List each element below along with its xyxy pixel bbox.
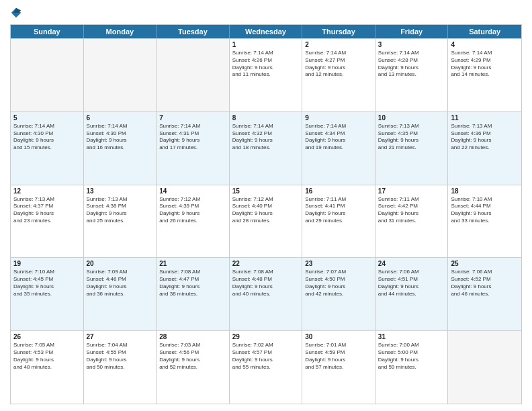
day-info: Sunrise: 7:04 AMSunset: 4:55 PMDaylight:…: [87, 342, 154, 371]
day-cell-5: 5Sunrise: 7:14 AMSunset: 4:30 PMDaylight…: [11, 112, 84, 185]
day-cell-30: 30Sunrise: 7:01 AMSunset: 4:59 PMDayligh…: [302, 331, 375, 404]
logo: [10, 7, 25, 19]
day-number: 12: [13, 187, 81, 195]
day-number: 13: [87, 187, 154, 195]
empty-cell: [11, 39, 84, 111]
day-info: Sunrise: 7:11 AMSunset: 4:42 PMDaylight:…: [378, 196, 445, 225]
day-info: Sunrise: 7:14 AMSunset: 4:31 PMDaylight:…: [159, 123, 226, 152]
calendar: SundayMondayTuesdayWednesdayThursdayFrid…: [10, 24, 522, 404]
day-cell-23: 23Sunrise: 7:07 AMSunset: 4:50 PMDayligh…: [302, 258, 375, 330]
day-cell-21: 21Sunrise: 7:08 AMSunset: 4:47 PMDayligh…: [157, 258, 230, 330]
day-number: 23: [305, 260, 372, 267]
calendar-row-5: 26Sunrise: 7:05 AMSunset: 4:53 PMDayligh…: [11, 330, 521, 404]
header-day-tuesday: Tuesday: [157, 25, 230, 38]
day-info: Sunrise: 7:14 AMSunset: 4:32 PMDaylight:…: [232, 123, 300, 152]
day-info: Sunrise: 7:14 AMSunset: 4:28 PMDaylight:…: [378, 50, 445, 79]
day-number: 16: [305, 187, 372, 195]
day-info: Sunrise: 7:06 AMSunset: 4:52 PMDaylight:…: [451, 269, 519, 298]
calendar-row-3: 12Sunrise: 7:13 AMSunset: 4:37 PMDayligh…: [11, 185, 521, 258]
day-info: Sunrise: 7:10 AMSunset: 4:45 PMDaylight:…: [13, 269, 81, 298]
day-cell-25: 25Sunrise: 7:06 AMSunset: 4:52 PMDayligh…: [448, 258, 521, 330]
day-number: 3: [378, 41, 445, 48]
day-info: Sunrise: 7:12 AMSunset: 4:39 PMDaylight:…: [159, 196, 226, 225]
day-info: Sunrise: 7:14 AMSunset: 4:34 PMDaylight:…: [305, 123, 372, 152]
day-cell-6: 6Sunrise: 7:14 AMSunset: 4:30 PMDaylight…: [84, 112, 157, 185]
day-cell-16: 16Sunrise: 7:11 AMSunset: 4:41 PMDayligh…: [302, 185, 375, 258]
day-info: Sunrise: 7:14 AMSunset: 4:29 PMDaylight:…: [451, 50, 519, 79]
day-number: 8: [232, 114, 300, 122]
day-number: 1: [232, 41, 300, 48]
empty-cell: [84, 39, 157, 111]
day-number: 18: [451, 187, 519, 195]
calendar-body: 1Sunrise: 7:14 AMSunset: 4:26 PMDaylight…: [11, 38, 521, 404]
day-number: 25: [451, 260, 519, 267]
day-info: Sunrise: 7:13 AMSunset: 4:36 PMDaylight:…: [451, 123, 519, 152]
page: SundayMondayTuesdayWednesdayThursdayFrid…: [0, 0, 532, 411]
day-cell-17: 17Sunrise: 7:11 AMSunset: 4:42 PMDayligh…: [375, 185, 449, 258]
day-info: Sunrise: 7:11 AMSunset: 4:41 PMDaylight:…: [305, 196, 372, 225]
day-info: Sunrise: 7:14 AMSunset: 4:30 PMDaylight:…: [13, 123, 81, 152]
header-day-wednesday: Wednesday: [230, 25, 303, 38]
day-info: Sunrise: 7:13 AMSunset: 4:38 PMDaylight:…: [87, 196, 154, 225]
day-cell-3: 3Sunrise: 7:14 AMSunset: 4:28 PMDaylight…: [375, 39, 449, 111]
empty-cell: [157, 39, 230, 111]
day-number: 7: [159, 114, 226, 122]
day-number: 6: [87, 114, 154, 122]
day-number: 30: [305, 333, 372, 340]
day-info: Sunrise: 7:01 AMSunset: 4:59 PMDaylight:…: [305, 342, 372, 371]
day-cell-11: 11Sunrise: 7:13 AMSunset: 4:36 PMDayligh…: [448, 112, 521, 185]
day-info: Sunrise: 7:10 AMSunset: 4:44 PMDaylight:…: [451, 196, 519, 225]
header-day-sunday: Sunday: [11, 25, 84, 38]
calendar-header: SundayMondayTuesdayWednesdayThursdayFrid…: [11, 25, 521, 38]
day-info: Sunrise: 7:02 AMSunset: 4:57 PMDaylight:…: [232, 342, 300, 371]
day-number: 4: [451, 41, 519, 48]
header-day-friday: Friday: [375, 25, 449, 38]
day-info: Sunrise: 7:13 AMSunset: 4:35 PMDaylight:…: [378, 123, 445, 152]
day-info: Sunrise: 7:03 AMSunset: 4:56 PMDaylight:…: [159, 342, 226, 371]
day-cell-18: 18Sunrise: 7:10 AMSunset: 4:44 PMDayligh…: [448, 185, 521, 258]
day-info: Sunrise: 7:05 AMSunset: 4:53 PMDaylight:…: [13, 342, 81, 371]
day-cell-1: 1Sunrise: 7:14 AMSunset: 4:26 PMDaylight…: [230, 39, 303, 111]
day-info: Sunrise: 7:09 AMSunset: 4:46 PMDaylight:…: [87, 269, 154, 298]
day-number: 10: [378, 114, 445, 122]
header: [10, 7, 522, 19]
day-cell-20: 20Sunrise: 7:09 AMSunset: 4:46 PMDayligh…: [84, 258, 157, 330]
day-cell-27: 27Sunrise: 7:04 AMSunset: 4:55 PMDayligh…: [84, 331, 157, 404]
day-cell-4: 4Sunrise: 7:14 AMSunset: 4:29 PMDaylight…: [448, 39, 521, 111]
day-info: Sunrise: 7:12 AMSunset: 4:40 PMDaylight:…: [232, 196, 300, 225]
logo-icon: [10, 7, 22, 19]
day-info: Sunrise: 7:00 AMSunset: 5:00 PMDaylight:…: [378, 342, 445, 371]
header-day-monday: Monday: [84, 25, 157, 38]
header-day-saturday: Saturday: [448, 25, 521, 38]
day-number: 19: [13, 260, 81, 267]
day-number: 20: [87, 260, 154, 267]
day-cell-2: 2Sunrise: 7:14 AMSunset: 4:27 PMDaylight…: [302, 39, 375, 111]
day-number: 22: [232, 260, 300, 267]
day-cell-28: 28Sunrise: 7:03 AMSunset: 4:56 PMDayligh…: [157, 331, 230, 404]
day-number: 26: [13, 333, 81, 340]
day-number: 21: [159, 260, 226, 267]
day-number: 27: [87, 333, 154, 340]
day-number: 9: [305, 114, 372, 122]
day-number: 17: [378, 187, 445, 195]
day-info: Sunrise: 7:14 AMSunset: 4:26 PMDaylight:…: [232, 50, 300, 79]
empty-cell: [448, 331, 521, 404]
day-cell-12: 12Sunrise: 7:13 AMSunset: 4:37 PMDayligh…: [11, 185, 84, 258]
day-cell-31: 31Sunrise: 7:00 AMSunset: 5:00 PMDayligh…: [375, 331, 449, 404]
day-number: 11: [451, 114, 519, 122]
day-cell-8: 8Sunrise: 7:14 AMSunset: 4:32 PMDaylight…: [230, 112, 303, 185]
day-cell-7: 7Sunrise: 7:14 AMSunset: 4:31 PMDaylight…: [157, 112, 230, 185]
day-number: 31: [378, 333, 445, 340]
day-number: 29: [232, 333, 300, 340]
day-number: 5: [13, 114, 81, 122]
day-cell-24: 24Sunrise: 7:06 AMSunset: 4:51 PMDayligh…: [375, 258, 449, 330]
day-info: Sunrise: 7:08 AMSunset: 4:48 PMDaylight:…: [232, 269, 300, 298]
day-cell-10: 10Sunrise: 7:13 AMSunset: 4:35 PMDayligh…: [375, 112, 449, 185]
header-day-thursday: Thursday: [302, 25, 375, 38]
day-number: 28: [159, 333, 226, 340]
calendar-row-2: 5Sunrise: 7:14 AMSunset: 4:30 PMDaylight…: [11, 111, 521, 185]
day-info: Sunrise: 7:06 AMSunset: 4:51 PMDaylight:…: [378, 269, 445, 298]
day-cell-29: 29Sunrise: 7:02 AMSunset: 4:57 PMDayligh…: [230, 331, 303, 404]
calendar-row-1: 1Sunrise: 7:14 AMSunset: 4:26 PMDaylight…: [11, 38, 521, 111]
day-cell-15: 15Sunrise: 7:12 AMSunset: 4:40 PMDayligh…: [230, 185, 303, 258]
